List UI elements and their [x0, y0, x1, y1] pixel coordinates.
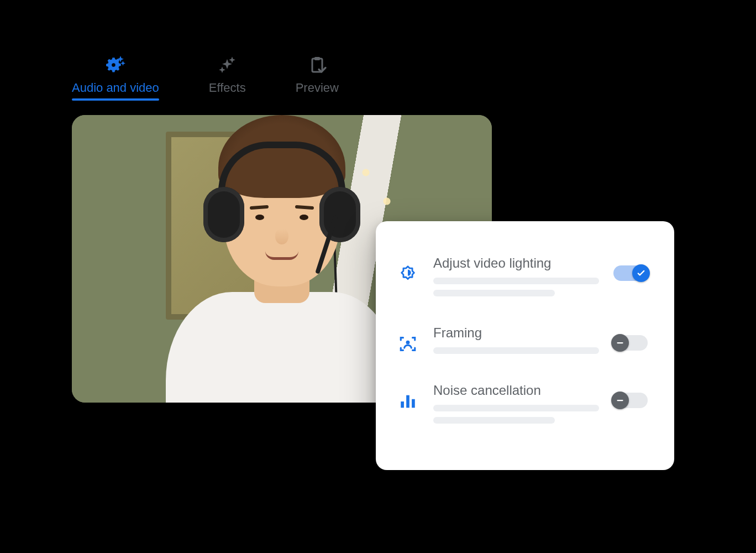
tab-effects[interactable]: Effects	[209, 55, 246, 100]
toggle-adjust-video-lighting[interactable]	[613, 265, 648, 281]
toggle-framing[interactable]	[613, 335, 648, 351]
skeleton-line	[433, 347, 599, 354]
svg-rect-1	[314, 58, 319, 60]
setting-title: Noise cancellation	[433, 383, 602, 398]
setting-framing: Framing	[398, 315, 652, 369]
audio-video-settings-card: Adjust video lighting Framing	[376, 221, 674, 470]
minus-icon	[611, 392, 629, 409]
sparkles-icon	[217, 55, 237, 75]
clipboard-check-icon	[307, 55, 327, 75]
svg-rect-6	[412, 399, 415, 408]
equalizer-icon	[398, 392, 418, 411]
minus-icon	[611, 334, 629, 352]
tab-label: Audio and video	[72, 81, 159, 95]
setting-title: Framing	[433, 325, 602, 341]
toggle-noise-cancellation[interactable]	[613, 393, 648, 408]
svg-rect-0	[312, 59, 322, 72]
brightness-icon	[398, 264, 418, 284]
person-frame-icon	[398, 334, 418, 354]
svg-rect-5	[406, 395, 410, 408]
skeleton-line	[433, 278, 599, 284]
setting-title: Adjust video lighting	[433, 255, 602, 271]
tabs-bar: Audio and video Effects Preview	[72, 55, 339, 100]
webcam-person-illustration	[160, 148, 403, 403]
tab-label: Effects	[209, 81, 246, 95]
tab-label: Preview	[296, 81, 339, 95]
gear-sparkle-icon	[106, 55, 125, 75]
setting-adjust-video-lighting: Adjust video lighting	[398, 246, 652, 312]
skeleton-line	[433, 417, 555, 424]
skeleton-line	[433, 290, 555, 296]
tab-audio-and-video[interactable]: Audio and video	[72, 55, 159, 100]
setting-noise-cancellation: Noise cancellation	[398, 373, 652, 439]
svg-point-2	[406, 341, 410, 345]
skeleton-line	[433, 405, 599, 411]
tab-preview[interactable]: Preview	[296, 55, 339, 100]
svg-rect-4	[401, 401, 404, 408]
check-icon	[632, 264, 650, 282]
